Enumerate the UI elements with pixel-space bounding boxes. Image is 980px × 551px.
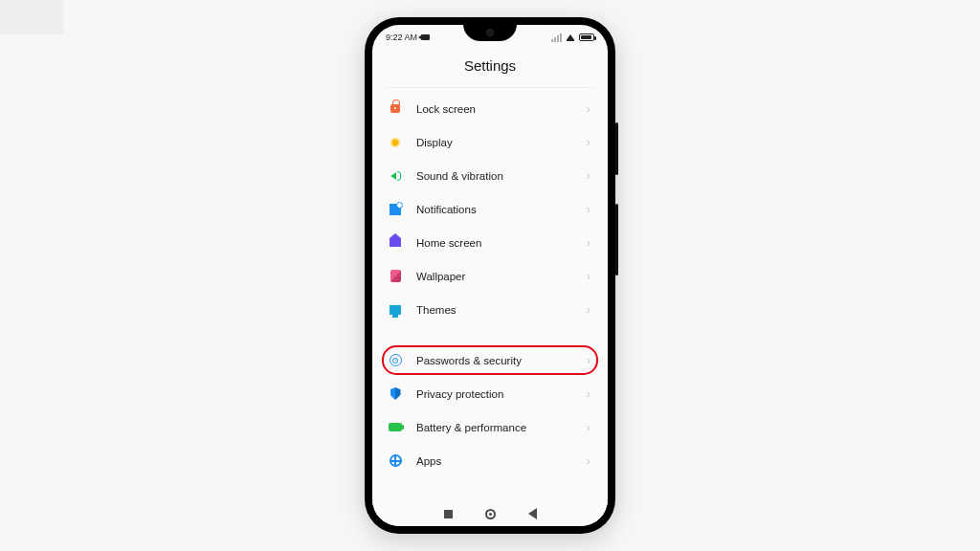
- settings-item-notifications[interactable]: Notifications ›: [372, 192, 608, 226]
- settings-item-label: Home screen: [416, 237, 587, 249]
- chevron-right-icon: ›: [587, 203, 590, 215]
- recent-apps-button[interactable]: [444, 510, 453, 518]
- settings-item-label: Wallpaper: [416, 271, 587, 282]
- fingerprint-icon: [388, 353, 403, 368]
- settings-item-label: Display: [416, 137, 587, 148]
- chevron-right-icon: ›: [587, 421, 590, 433]
- settings-item-lock-screen[interactable]: Lock screen ›: [372, 92, 608, 125]
- settings-item-wallpaper[interactable]: Wallpaper ›: [372, 259, 608, 293]
- system-nav-bar: [372, 501, 608, 526]
- decorative-corner: [0, 0, 63, 34]
- power-button: [615, 204, 618, 276]
- settings-item-privacy[interactable]: Privacy protection ›: [372, 377, 608, 410]
- section-gap: [372, 326, 608, 343]
- settings-item-battery[interactable]: Battery & performance ›: [372, 410, 608, 444]
- themes-icon: [388, 302, 403, 318]
- apps-icon: [388, 453, 403, 469]
- shield-icon: [388, 386, 403, 402]
- settings-item-sound[interactable]: Sound & vibration ›: [372, 159, 608, 192]
- settings-item-label: Lock screen: [416, 103, 587, 115]
- settings-item-label: Privacy protection: [416, 388, 587, 400]
- chevron-right-icon: ›: [587, 303, 590, 316]
- page-title: Settings: [372, 48, 608, 87]
- settings-item-label: Notifications: [416, 204, 587, 215]
- battery-perf-icon: [388, 420, 403, 435]
- settings-item-label: Themes: [416, 304, 587, 316]
- chevron-right-icon: ›: [587, 102, 590, 115]
- settings-item-label: Passwords & security: [416, 355, 587, 366]
- signal-icon: [551, 33, 562, 42]
- brightness-icon: [388, 135, 403, 150]
- volume-button: [615, 122, 618, 175]
- camera-indicator-icon: [421, 34, 430, 40]
- chevron-right-icon: ›: [587, 354, 590, 366]
- chevron-right-icon: ›: [587, 169, 590, 182]
- back-button[interactable]: [528, 508, 537, 519]
- settings-item-display[interactable]: Display ›: [372, 125, 608, 159]
- settings-item-label: Apps: [416, 455, 587, 467]
- settings-item-apps[interactable]: Apps ›: [372, 444, 608, 477]
- settings-item-label: Battery & performance: [416, 422, 587, 433]
- home-icon: [388, 235, 403, 251]
- lock-icon: [388, 101, 403, 117]
- settings-item-home-screen[interactable]: Home screen ›: [372, 226, 608, 259]
- settings-item-themes[interactable]: Themes ›: [372, 293, 608, 326]
- phone-screen: 9:22 AM Settings Lock screen ›: [372, 25, 608, 526]
- chevron-right-icon: ›: [587, 236, 590, 249]
- chevron-right-icon: ›: [587, 387, 590, 400]
- status-time: 9:22 AM: [386, 33, 417, 42]
- settings-item-passwords-security[interactable]: Passwords & security ›: [372, 343, 608, 377]
- home-button[interactable]: [485, 509, 496, 519]
- settings-item-label: Sound & vibration: [416, 170, 587, 182]
- wifi-icon: [566, 34, 575, 41]
- wallpaper-icon: [388, 269, 403, 284]
- settings-list[interactable]: Lock screen › Display › Sound & vibratio…: [372, 88, 608, 501]
- chevron-right-icon: ›: [587, 136, 590, 148]
- chevron-right-icon: ›: [587, 270, 590, 282]
- speaker-icon: [388, 168, 403, 184]
- notification-icon: [388, 202, 403, 217]
- phone-frame: 9:22 AM Settings Lock screen ›: [365, 17, 615, 534]
- battery-icon: [579, 33, 594, 41]
- chevron-right-icon: ›: [587, 454, 590, 467]
- stage: 9:22 AM Settings Lock screen ›: [0, 0, 980, 551]
